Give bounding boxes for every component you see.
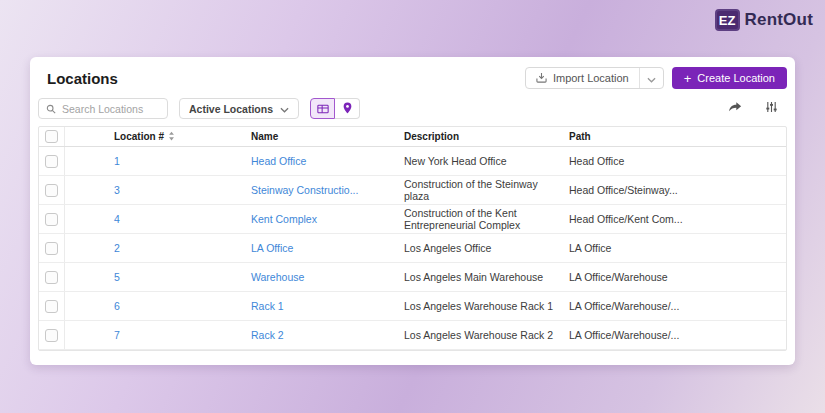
table-row: 2 LA Office Los Angeles Office LA Office bbox=[39, 234, 786, 263]
row-checkbox-cell bbox=[39, 321, 65, 349]
search-icon bbox=[46, 100, 56, 118]
column-header-path[interactable]: Path bbox=[559, 131, 786, 142]
row-checkbox[interactable] bbox=[45, 184, 58, 197]
import-dropdown-toggle[interactable] bbox=[639, 68, 663, 88]
list-view-toggle[interactable] bbox=[310, 98, 335, 119]
row-num-link[interactable]: 4 bbox=[114, 213, 120, 225]
row-checkbox-cell bbox=[39, 263, 65, 291]
column-header-description[interactable]: Description bbox=[394, 131, 559, 142]
import-location-label: Import Location bbox=[553, 72, 629, 84]
row-name-link[interactable]: LA Office bbox=[251, 242, 293, 254]
sort-icon[interactable] bbox=[168, 131, 175, 143]
row-description: Los Angeles Warehouse Rack 2 bbox=[394, 329, 559, 341]
select-all-checkbox[interactable] bbox=[45, 130, 58, 143]
card-header: Locations Import Location + Create Locat… bbox=[30, 57, 795, 90]
table-row: 7 Rack 2 Los Angeles Warehouse Rack 2 LA… bbox=[39, 321, 786, 350]
create-location-label: Create Location bbox=[697, 72, 775, 84]
header-checkbox-cell bbox=[39, 127, 65, 146]
row-checkbox[interactable] bbox=[45, 155, 58, 168]
row-path: Head Office/Steinway... bbox=[559, 184, 786, 196]
row-num-link[interactable]: 2 bbox=[114, 242, 120, 254]
table-row: 1 Head Office New York Head Office Head … bbox=[39, 147, 786, 176]
toolbar: Active Locations bbox=[38, 98, 787, 119]
import-icon bbox=[536, 72, 547, 85]
import-location-button[interactable]: Import Location bbox=[526, 68, 639, 88]
export-button[interactable] bbox=[725, 99, 745, 119]
row-checkbox[interactable] bbox=[45, 271, 58, 284]
search-box bbox=[38, 98, 168, 119]
row-description: Los Angeles Office bbox=[394, 242, 559, 254]
location-filter-dropdown[interactable]: Active Locations bbox=[179, 98, 299, 119]
import-location-split-button: Import Location bbox=[525, 67, 664, 89]
view-toggle-group bbox=[310, 98, 360, 119]
row-description: Construction of the Steinway plaza bbox=[394, 178, 559, 202]
row-checkbox-cell bbox=[39, 205, 65, 233]
row-path: LA Office/Warehouse/... bbox=[559, 329, 786, 341]
row-num-link[interactable]: 7 bbox=[114, 329, 120, 341]
table-view-icon bbox=[317, 100, 329, 118]
header-actions: Import Location + Create Location bbox=[525, 67, 787, 89]
row-num-link[interactable]: 5 bbox=[114, 271, 120, 283]
page-title: Locations bbox=[47, 70, 118, 87]
row-description: Construction of the Kent Entrepreneurial… bbox=[394, 207, 559, 231]
sliders-icon bbox=[765, 101, 778, 116]
row-name-link[interactable]: Rack 1 bbox=[251, 300, 284, 312]
table-row: 6 Rack 1 Los Angeles Warehouse Rack 1 LA… bbox=[39, 292, 786, 321]
table-body: 1 Head Office New York Head Office Head … bbox=[39, 147, 786, 350]
row-num-link[interactable]: 1 bbox=[114, 155, 120, 167]
row-checkbox-cell bbox=[39, 292, 65, 320]
table-header-row: Location # Name Description Path bbox=[39, 127, 786, 147]
row-checkbox[interactable] bbox=[45, 329, 58, 342]
row-checkbox[interactable] bbox=[45, 242, 58, 255]
row-checkbox-cell bbox=[39, 176, 65, 204]
location-num-header-label: Location # bbox=[114, 131, 164, 142]
row-num-link[interactable]: 6 bbox=[114, 300, 120, 312]
row-path: Head Office bbox=[559, 155, 786, 167]
row-checkbox-cell bbox=[39, 147, 65, 175]
row-num-link[interactable]: 3 bbox=[114, 184, 120, 196]
column-header-location-num[interactable]: Location # bbox=[65, 131, 241, 143]
row-name-link[interactable]: Warehouse bbox=[251, 271, 304, 283]
locations-table: Location # Name Description Path 1 Head … bbox=[38, 126, 787, 351]
row-path: LA Office bbox=[559, 242, 786, 254]
table-row: 3 Steinway Constructio... Construction o… bbox=[39, 176, 786, 205]
table-row: 4 Kent Complex Construction of the Kent … bbox=[39, 205, 786, 234]
table-row: 5 Warehouse Los Angeles Main Warehouse L… bbox=[39, 263, 786, 292]
search-input[interactable] bbox=[62, 103, 160, 115]
chevron-down-icon bbox=[280, 103, 289, 115]
top-bar: EZ RentOut bbox=[0, 0, 825, 40]
row-description: Los Angeles Warehouse Rack 1 bbox=[394, 300, 559, 312]
row-checkbox[interactable] bbox=[45, 213, 58, 226]
column-settings-button[interactable] bbox=[761, 99, 781, 119]
filter-selected-label: Active Locations bbox=[189, 103, 273, 115]
toolbar-right bbox=[725, 99, 787, 119]
column-header-name[interactable]: Name bbox=[241, 131, 394, 142]
row-path: Head Office/Kent Com... bbox=[559, 213, 786, 225]
row-description: Los Angeles Main Warehouse bbox=[394, 271, 559, 283]
chevron-down-icon bbox=[647, 69, 656, 87]
map-view-toggle[interactable] bbox=[335, 98, 360, 119]
locations-card: Locations Import Location + Create Locat… bbox=[30, 57, 795, 365]
ez-logo-badge: EZ bbox=[715, 9, 740, 31]
create-location-button[interactable]: + Create Location bbox=[672, 67, 787, 89]
row-checkbox-cell bbox=[39, 234, 65, 262]
brand-name: RentOut bbox=[745, 10, 813, 30]
row-name-link[interactable]: Steinway Constructio... bbox=[251, 184, 358, 196]
export-arrow-icon bbox=[728, 101, 742, 116]
row-checkbox[interactable] bbox=[45, 300, 58, 313]
location-pin-icon bbox=[343, 100, 352, 118]
row-description: New York Head Office bbox=[394, 155, 559, 167]
row-name-link[interactable]: Rack 2 bbox=[251, 329, 284, 341]
plus-icon: + bbox=[684, 72, 692, 85]
brand-logo: EZ RentOut bbox=[715, 9, 813, 31]
row-name-link[interactable]: Head Office bbox=[251, 155, 306, 167]
row-path: LA Office/Warehouse bbox=[559, 271, 786, 283]
row-name-link[interactable]: Kent Complex bbox=[251, 213, 317, 225]
row-path: LA Office/Warehouse/... bbox=[559, 300, 786, 312]
